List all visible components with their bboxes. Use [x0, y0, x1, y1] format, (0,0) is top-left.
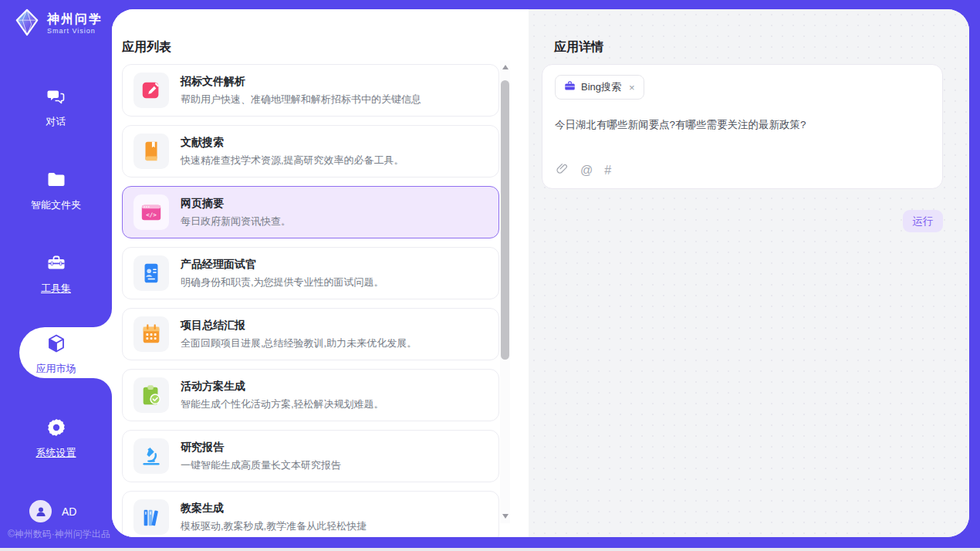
- app-card-desc: 一键智能生成高质量长文本研究报告: [181, 458, 341, 472]
- app-list-pane: 应用列表 招标文件解析帮助用户快速、准确地理解和解析招标书中的关键信息文献搜索快…: [112, 9, 529, 537]
- app-card-desc: 智能生成个性化活动方案,轻松解决规划难题。: [181, 397, 384, 411]
- sidebar-item-toolset[interactable]: 工具集: [0, 253, 112, 296]
- app-card-bid-parse[interactable]: 招标文件解析帮助用户快速、准确地理解和解析招标书中的关键信息: [122, 64, 499, 117]
- chat-icon: [46, 86, 66, 110]
- calendar-icon: [133, 316, 169, 352]
- app-card-title: 活动方案生成: [181, 380, 384, 394]
- sidebar-item-label: 应用市场: [36, 362, 76, 376]
- prompt-card: Bing搜索 × 今日湖北有哪些新闻要点?有哪些需要关注的最新政策? @ #: [542, 64, 943, 189]
- app-card-research-report[interactable]: 研究报告一键智能生成高质量长文本研究报告: [122, 430, 499, 482]
- browser-code-icon: </>: [133, 194, 169, 230]
- sidebar-item-system-settings[interactable]: 系统设置: [0, 417, 112, 460]
- hash-icon[interactable]: #: [604, 164, 611, 177]
- tool-tag-bing-search[interactable]: Bing搜索 ×: [555, 75, 644, 100]
- brand-subtitle: Smart Vision: [47, 28, 103, 35]
- clipboard-check-icon: [133, 377, 169, 413]
- user-row[interactable]: AD: [29, 500, 76, 522]
- bubble-notch-top: [93, 309, 112, 327]
- bid-document-edit-icon: [133, 73, 169, 108]
- app-card-literature-search[interactable]: 文献搜索快速精准查找学术资源,提高研究效率的必备工具。: [122, 125, 499, 177]
- microscope-icon: [133, 438, 169, 474]
- app-detail-title: 应用详情: [554, 39, 603, 56]
- app-card-title: 项目总结汇报: [181, 319, 417, 333]
- scrollbar-thumb[interactable]: [501, 80, 509, 360]
- app-card-project-report[interactable]: 项目总结汇报全面回顾项目进展,总结经验教训,助力未来优化发展。: [122, 308, 499, 360]
- sidebar-item-label: 工具集: [41, 282, 71, 296]
- user-label: AD: [62, 505, 76, 518]
- scroll-up-arrow-icon[interactable]: [500, 62, 510, 73]
- brand-logo: 神州问学 Smart Vision: [12, 8, 103, 40]
- app-card-desc: 帮助用户快速、准确地理解和解析招标书中的关键信息: [181, 93, 421, 106]
- sidebar-item-chat[interactable]: 对话: [0, 86, 112, 129]
- app-card-desc: 模板驱动,教案秒成,教学准备从此轻松快捷: [181, 519, 367, 533]
- cube-icon: [46, 333, 66, 357]
- app-detail-pane: 应用详情 Bing搜索 × 今日湖北有哪些新闻要点?有哪些需要关注的最新政策?: [529, 9, 969, 537]
- sidebar-item-app-market[interactable]: 应用市场: [0, 333, 112, 376]
- app-card-desc: 明确身份和职责,为您提供专业性的面试问题。: [181, 276, 384, 289]
- paperclip-icon[interactable]: [556, 162, 569, 178]
- app-card-title: 产品经理面试官: [181, 258, 384, 272]
- app-card-title: 教案生成: [181, 502, 367, 516]
- app-card-lesson-plan[interactable]: 教案生成模板驱动,教案秒成,教学准备从此轻松快捷: [122, 491, 499, 537]
- user-avatar-icon: [29, 500, 52, 522]
- books-icon: [133, 499, 169, 535]
- app-list-title: 应用列表: [122, 39, 171, 56]
- app-card-title: 招标文件解析: [181, 75, 421, 89]
- resume-person-icon: [133, 255, 169, 291]
- brand-name: 神州问学: [47, 12, 103, 26]
- app-card-desc: 快速精准查找学术资源,提高研究效率的必备工具。: [181, 154, 404, 167]
- svg-text:</>: </>: [146, 211, 157, 218]
- app-card-list: 招标文件解析帮助用户快速、准确地理解和解析招标书中的关键信息文献搜索快速精准查找…: [122, 64, 499, 537]
- folder-icon: [46, 170, 66, 193]
- bubble-notch-bottom: [93, 378, 112, 397]
- sidebar-item-label: 智能文件夹: [31, 198, 81, 212]
- query-text[interactable]: 今日湖北有哪些新闻要点?有哪些需要关注的最新政策?: [555, 118, 930, 132]
- app-card-title: 研究报告: [181, 441, 341, 455]
- sidebar-item-label: 系统设置: [36, 446, 76, 460]
- scrollbar[interactable]: [500, 60, 510, 523]
- app-card-web-summary[interactable]: </>网页摘要每日政府新闻资讯快查。: [122, 186, 499, 238]
- book-icon: [133, 134, 169, 169]
- app-card-title: 文献搜索: [181, 136, 404, 150]
- sidebar-item-smart-folders[interactable]: 智能文件夹: [0, 170, 112, 212]
- toolbox-icon: [46, 253, 66, 276]
- app-card-title: 网页摘要: [181, 197, 291, 211]
- app-card-desc: 全面回顾项目进展,总结经验教训,助力未来优化发展。: [181, 336, 417, 350]
- tool-tag-label: Bing搜索: [581, 80, 621, 94]
- app-card-pm-interviewer[interactable]: 产品经理面试官明确身份和职责,为您提供专业性的面试问题。: [122, 247, 499, 299]
- main-panel: 应用列表 招标文件解析帮助用户快速、准确地理解和解析招标书中的关键信息文献搜索快…: [112, 9, 969, 537]
- diamond-logo-icon: [12, 8, 42, 40]
- input-toolbar: @ #: [556, 162, 611, 178]
- sidebar: 神州问学 Smart Vision 对话智能文件夹工具集应用市场系统设置 AD …: [0, 0, 112, 551]
- briefcase-icon: [564, 80, 576, 94]
- tag-close-icon[interactable]: ×: [629, 82, 635, 93]
- app-card-desc: 每日政府新闻资讯快查。: [181, 215, 291, 228]
- gear-icon: [46, 417, 66, 441]
- app-frame: { "brand": {"name": "神州问学", "subtitle": …: [0, 0, 980, 551]
- scroll-down-arrow-icon[interactable]: [500, 511, 510, 522]
- app-card-activity-plan[interactable]: 活动方案生成智能生成个性化活动方案,轻松解决规划难题。: [122, 369, 499, 421]
- mention-icon[interactable]: @: [580, 164, 593, 177]
- bottom-strip: [0, 548, 980, 551]
- sidebar-footer: ©神州数码·神州问学出品: [8, 528, 110, 541]
- run-button[interactable]: 运行: [903, 210, 943, 232]
- sidebar-item-label: 对话: [46, 115, 66, 129]
